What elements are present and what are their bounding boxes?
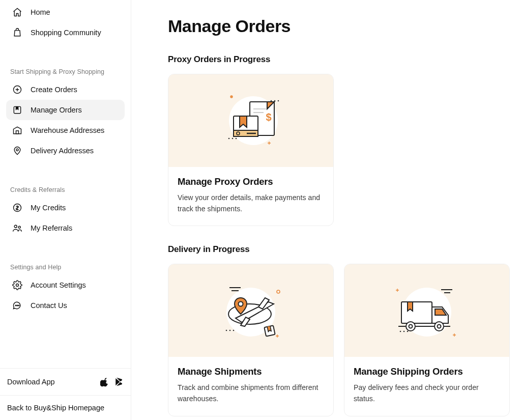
- svg-point-41: [403, 331, 405, 332]
- svg-point-8: [15, 305, 16, 306]
- sidebar-item-delivery-addresses[interactable]: Delivery Addresses: [6, 141, 125, 161]
- sidebar-item-account-settings[interactable]: Account Settings: [6, 275, 125, 295]
- sidebar-item-shopping-community[interactable]: Shopping Community: [6, 22, 125, 43]
- pin-icon: [12, 146, 22, 156]
- sidebar-item-my-referrals[interactable]: My Referrals: [6, 218, 125, 238]
- card-title: Manage Shipping Orders: [354, 366, 500, 377]
- google-play-icon: [114, 377, 124, 387]
- home-icon: [12, 7, 22, 17]
- card-title: Manage Proxy Orders: [178, 176, 324, 187]
- chat-icon: [12, 300, 22, 311]
- sidebar-item-label: Manage Orders: [31, 106, 82, 114]
- sidebar-item-label: Shopping Community: [31, 29, 101, 37]
- sidebar-item-label: Contact Us: [31, 301, 67, 310]
- sidebar-item-home[interactable]: Home: [6, 2, 125, 22]
- cards-row-delivery: Manage Shipments Track and combine shipm…: [168, 264, 511, 416]
- svg-point-3: [16, 149, 18, 151]
- card-desc: View your order details, make payments a…: [178, 192, 324, 214]
- svg-point-32: [229, 330, 231, 331]
- svg-point-13: [271, 100, 272, 102]
- sidebar-item-manage-orders[interactable]: Manage Orders: [6, 100, 125, 120]
- back-to-homepage-link[interactable]: Back to Buy&Ship Homepage: [0, 396, 131, 420]
- sidebar: Home Shopping Community Start Shipping &…: [0, 0, 131, 420]
- sidebar-item-warehouse-addresses[interactable]: Warehouse Addresses: [6, 120, 125, 141]
- main-content: Manage Orders Proxy Orders in Progress $: [131, 0, 521, 420]
- card-desc: Pay delivery fees and check your order s…: [354, 382, 500, 404]
- card-manage-shipments[interactable]: Manage Shipments Track and combine shipm…: [168, 264, 334, 416]
- download-app-link[interactable]: Download App: [0, 369, 131, 396]
- svg-point-7: [16, 284, 19, 287]
- bag-icon: [12, 27, 22, 38]
- svg-point-40: [400, 331, 401, 332]
- svg-point-5: [14, 225, 17, 228]
- proxy-orders-illustration: $: [168, 74, 333, 167]
- warehouse-icon: [12, 125, 22, 135]
- sidebar-item-label: Delivery Addresses: [31, 147, 94, 155]
- sidebar-section-title: Credits & Referrals: [6, 179, 125, 198]
- section-title-delivery: Delivery in Progress: [168, 244, 511, 255]
- page-title: Manage Orders: [168, 16, 511, 36]
- svg-rect-2: [16, 131, 19, 134]
- svg-point-30: [277, 290, 280, 293]
- shipping-orders-illustration: [344, 264, 509, 357]
- sidebar-item-create-orders[interactable]: Create Orders: [6, 79, 125, 100]
- plus-circle-icon: [12, 85, 22, 95]
- svg-point-35: [239, 302, 243, 306]
- sidebar-footer: Download App Back to Buy&Ship Homepage: [0, 368, 131, 420]
- apple-icon: [100, 377, 109, 387]
- sidebar-item-label: My Referrals: [31, 224, 72, 232]
- svg-rect-43: [401, 302, 432, 323]
- svg-text:$: $: [266, 111, 271, 123]
- svg-point-44: [406, 322, 415, 331]
- download-app-label: Download App: [7, 378, 55, 386]
- svg-point-16: [228, 138, 230, 139]
- svg-point-18: [236, 138, 237, 139]
- sidebar-item-label: Home: [31, 8, 50, 16]
- svg-point-15: [278, 100, 279, 102]
- sidebar-section-title: Start Shipping & Proxy Shopping: [6, 61, 125, 79]
- svg-point-17: [232, 138, 234, 139]
- svg-point-46: [435, 322, 444, 331]
- card-manage-proxy-orders[interactable]: $ Manage Proxy Orders View your order de…: [168, 74, 334, 226]
- sidebar-item-label: Account Settings: [31, 281, 86, 289]
- svg-point-33: [233, 330, 235, 331]
- sidebar-item-label: Create Orders: [31, 86, 77, 94]
- svg-point-42: [407, 331, 409, 332]
- svg-point-9: [17, 305, 18, 306]
- svg-point-14: [274, 100, 276, 102]
- svg-point-31: [226, 330, 227, 331]
- shipments-illustration: [168, 264, 333, 357]
- section-title-proxy: Proxy Orders in Progress: [168, 54, 511, 65]
- credits-icon: [12, 203, 22, 213]
- sidebar-item-contact-us[interactable]: Contact Us: [6, 295, 125, 316]
- referrals-icon: [12, 223, 22, 233]
- svg-point-6: [18, 226, 20, 228]
- cards-row-proxy: $ Manage Proxy Orders View your order de…: [168, 74, 511, 226]
- card-desc: Track and combine shipments from differe…: [178, 382, 324, 404]
- card-title: Manage Shipments: [178, 366, 324, 377]
- svg-point-10: [18, 305, 19, 306]
- sidebar-item-label: My Credits: [31, 204, 66, 212]
- sidebar-item-my-credits[interactable]: My Credits: [6, 198, 125, 218]
- sidebar-item-label: Warehouse Addresses: [31, 126, 104, 134]
- homepage-label: Back to Buy&Ship Homepage: [7, 404, 104, 412]
- gear-icon: [12, 280, 22, 290]
- box-bookmark-icon: [12, 105, 22, 115]
- card-manage-shipping-orders[interactable]: Manage Shipping Orders Pay delivery fees…: [344, 264, 510, 416]
- sidebar-section-title: Settings and Help: [6, 257, 125, 275]
